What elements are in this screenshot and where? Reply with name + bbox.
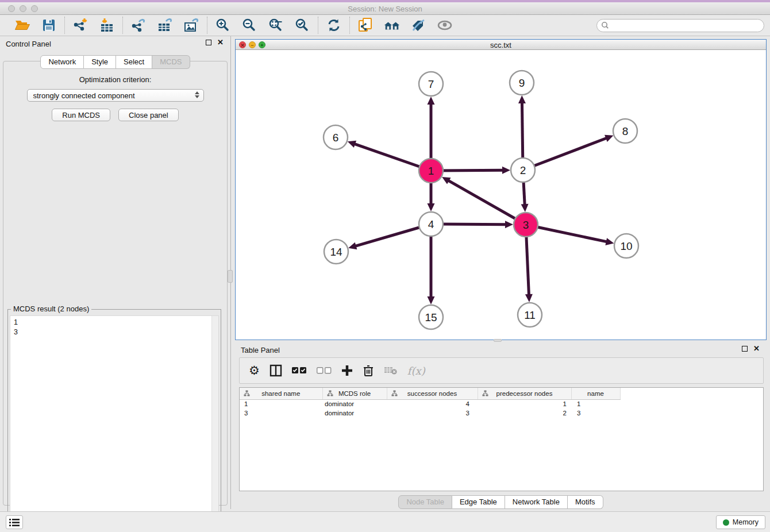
export-table-icon[interactable] [156, 17, 174, 33]
criterion-value: strongly connected component [33, 91, 135, 100]
tab-node-table[interactable]: Node Table [398, 495, 452, 509]
result-scrollbar[interactable] [211, 316, 218, 525]
fit-content-icon[interactable] [267, 17, 284, 33]
column-header[interactable]: successor nodes [387, 388, 478, 399]
graph-edge[interactable] [523, 138, 607, 170]
float-panel-icon[interactable] [206, 40, 211, 45]
export-network-icon[interactable] [130, 17, 147, 33]
column-header[interactable]: MCDS role [322, 388, 387, 399]
table-cell[interactable]: 3 [387, 408, 478, 418]
edge-arrowhead [348, 141, 356, 148]
memory-button[interactable]: Memory [716, 515, 765, 529]
column-type-icon [482, 390, 488, 398]
create-column-icon[interactable] [341, 362, 353, 379]
control-panel-header: Control Panel ✕ [0, 36, 230, 51]
table-panel-title: Table Panel [241, 346, 280, 354]
delete-table-icon[interactable] [384, 362, 398, 379]
table-cell[interactable]: 4 [387, 399, 478, 408]
node-table-body: 1dominator4113dominator323 [240, 399, 763, 418]
tab-style[interactable]: Style [84, 55, 116, 69]
table-cell[interactable]: 1 [240, 399, 322, 408]
delete-column-icon[interactable] [363, 362, 374, 379]
row-filler [620, 408, 763, 418]
import-table-icon[interactable] [98, 17, 116, 33]
open-session-icon[interactable] [14, 17, 31, 33]
memory-label: Memory [733, 518, 759, 526]
table-toolbar: ⚙ f(x) [239, 357, 764, 384]
table-cell[interactable]: dominator [322, 399, 387, 408]
edge-arrowhead [428, 97, 435, 105]
export-image-icon[interactable] [183, 17, 200, 33]
column-header[interactable]: predecessor nodes [478, 388, 571, 399]
tab-motifs[interactable]: Motifs [568, 495, 603, 509]
zoom-in-icon[interactable] [214, 17, 232, 33]
column-header[interactable]: shared name [240, 388, 322, 399]
mcds-result-title: MCDS result (2 nodes) [11, 304, 91, 313]
zoom-out-icon[interactable] [241, 17, 258, 33]
panel-splitter-grip[interactable] [228, 270, 233, 283]
select-all-columns-icon[interactable] [292, 362, 307, 379]
table-cell[interactable]: 3 [571, 408, 620, 418]
table-settings-gear-icon[interactable]: ⚙ [249, 362, 260, 379]
first-neighbors-icon[interactable] [383, 17, 401, 33]
criterion-select[interactable]: strongly connected component [27, 89, 204, 102]
window-splitter-grip[interactable] [494, 339, 502, 342]
node-table-header-row[interactable]: shared nameMCDS rolesuccessor nodesprede… [240, 388, 763, 399]
close-table-panel-icon[interactable]: ✕ [753, 346, 760, 352]
network-window-titlebar[interactable]: ✕ − + scc.txt [236, 40, 766, 50]
node-table-grid: shared nameMCDS rolesuccessor nodesprede… [240, 388, 763, 418]
zoom-selected-icon[interactable] [294, 17, 311, 33]
table-cell[interactable]: 1 [478, 399, 571, 408]
graph-node-label: 9 [519, 77, 525, 89]
graph-edge[interactable] [448, 180, 526, 225]
table-cell[interactable]: dominator [322, 408, 387, 418]
table-tabs: Node Table Edge Table Network Table Moti… [235, 495, 767, 509]
network-canvas[interactable]: 1234678910111415 [236, 50, 766, 339]
mcds-result-text: 1 3 [10, 316, 218, 339]
refresh-network-icon[interactable] [325, 17, 342, 33]
table-cell[interactable]: 2 [478, 408, 571, 418]
table-panel: Table Panel ✕ ⚙ [235, 342, 767, 509]
control-panel-title: Control Panel [6, 40, 51, 48]
row-filler [620, 399, 763, 408]
main-toolbar [0, 15, 770, 36]
search-input[interactable] [596, 19, 764, 32]
tab-edge-table[interactable]: Edge Table [452, 495, 505, 509]
network-title: scc.txt [236, 41, 766, 49]
task-list-icon [9, 518, 20, 527]
tab-select[interactable]: Select [116, 55, 152, 69]
show-hide-panels-icon[interactable] [436, 17, 453, 33]
table-row[interactable]: 3dominator323 [240, 408, 763, 418]
graph-node-label: 4 [428, 218, 434, 230]
column-header[interactable]: name [571, 388, 620, 399]
column-type-icon [327, 390, 333, 398]
table-cell[interactable]: 3 [240, 408, 322, 418]
tab-network-table[interactable]: Network Table [505, 495, 568, 509]
select-stepper-icon [195, 91, 199, 98]
unselect-all-columns-icon[interactable] [317, 362, 332, 379]
hide-labels-icon[interactable] [410, 17, 427, 33]
close-panel-icon[interactable]: ✕ [217, 40, 224, 45]
import-network-icon[interactable] [72, 17, 89, 33]
table-cell[interactable]: 1 [571, 399, 620, 408]
graph-node-label: 7 [428, 78, 434, 90]
search-icon [601, 21, 609, 32]
run-mcds-button[interactable]: Run MCDS [52, 109, 110, 121]
mcds-result-box[interactable]: 1 3 [10, 315, 219, 525]
control-panel-tabs: Network Style Select MCDS [0, 55, 230, 69]
tab-mcds[interactable]: MCDS [152, 55, 190, 69]
close-panel-button[interactable]: Close panel [118, 109, 179, 121]
optimization-criterion-label: Optimization criterion: [3, 75, 227, 84]
status-bar: Memory [0, 511, 770, 532]
function-builder-icon: f(x) [407, 362, 425, 379]
table-row[interactable]: 1dominator411 [240, 399, 763, 408]
column-header-label: shared name [261, 390, 300, 397]
save-session-icon[interactable] [40, 17, 57, 33]
tab-network[interactable]: Network [40, 55, 84, 69]
show-columns-icon[interactable] [270, 362, 282, 379]
float-table-panel-icon[interactable] [742, 346, 748, 352]
app-window: Session: New Session [0, 0, 770, 532]
task-history-button[interactable] [6, 515, 23, 529]
new-network-from-selection-icon[interactable] [357, 17, 374, 33]
node-table[interactable]: shared nameMCDS rolesuccessor nodesprede… [239, 387, 764, 491]
